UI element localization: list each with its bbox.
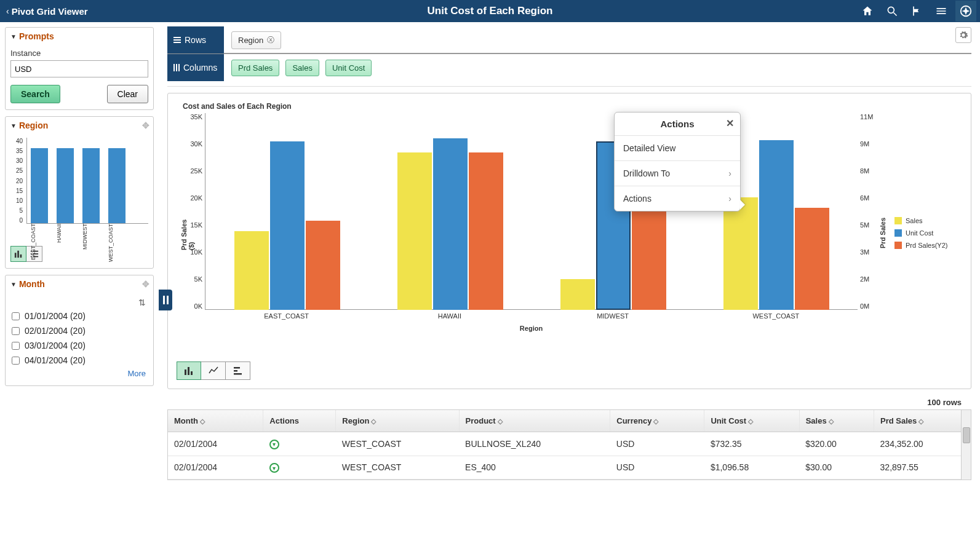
popover-menu-item[interactable]: Drilldown To› (615, 161, 740, 186)
data-table: Month◇ActionsRegion◇Product◇Currency◇Uni… (167, 409, 971, 480)
chart-bar[interactable] (795, 208, 829, 310)
chart-bar[interactable] (234, 231, 269, 310)
month-filter-item[interactable]: 03/01/2004 (20) (10, 338, 148, 353)
table-cell: USD (610, 456, 704, 480)
back-button[interactable]: ‹ Pivot Grid Viewer (4, 6, 90, 17)
chart-card: Cost and Sales of Each Region Prd Sales … (167, 93, 971, 389)
table-header[interactable]: Sales◇ (799, 410, 874, 432)
region-mini-chart[interactable]: 4035302520151050 EAST_COASTHAWAIIMIDWEST… (10, 138, 148, 242)
instance-input[interactable] (10, 60, 148, 77)
chart-bar[interactable] (306, 221, 340, 310)
chart-bar[interactable] (560, 279, 595, 310)
month-checkbox[interactable] (12, 327, 20, 335)
home-icon[interactable] (857, 1, 878, 22)
legend-swatch (894, 217, 902, 224)
gear-icon[interactable] (955, 27, 971, 43)
month-checkbox[interactable] (12, 357, 20, 365)
month-facet-header[interactable]: ▼ Month ✥ (6, 275, 153, 293)
legend-item[interactable]: Sales (894, 217, 962, 224)
main-panel: Rows Regionⓧ Columns Prd SalesSalesUnit … (159, 22, 980, 541)
chip-remove-icon[interactable]: ⓧ (267, 35, 274, 45)
mini-bar[interactable] (82, 148, 100, 224)
page-title: Unit Cost of Each Region (428, 5, 553, 17)
close-icon[interactable]: ✕ (726, 117, 734, 129)
chevron-right-icon: › (728, 168, 731, 178)
popover-menu-item[interactable]: Actions› (615, 186, 740, 211)
chart-bar[interactable] (270, 141, 305, 310)
month-filter-item[interactable]: 01/01/2004 (20) (10, 309, 148, 323)
svg-rect-17 (234, 373, 242, 375)
month-checkbox[interactable] (12, 312, 20, 320)
chart-bar[interactable] (469, 152, 503, 310)
table-header[interactable]: Product◇ (459, 410, 610, 432)
mini-bar[interactable] (31, 148, 48, 224)
pivot-config: Rows Regionⓧ Columns Prd SalesSalesUnit … (167, 27, 971, 87)
row-chip[interactable]: Regionⓧ (231, 31, 281, 49)
menu-icon[interactable] (931, 1, 952, 22)
search-button[interactable]: Search (10, 85, 60, 103)
chart-bar[interactable] (397, 152, 432, 310)
legend-item[interactable]: Unit Cost (894, 229, 962, 237)
table-scrollbar[interactable] (961, 410, 971, 480)
hbar-chart-icon[interactable] (226, 361, 250, 380)
table-header[interactable]: Prd Sales◇ (874, 410, 971, 432)
popover-menu-item[interactable]: Detailed View (615, 136, 740, 161)
caret-down-icon: ▼ (10, 122, 17, 129)
table-cell: 02/01/2004 (168, 432, 263, 456)
region-facet-title: Region (19, 120, 48, 130)
line-chart-icon[interactable] (201, 361, 226, 380)
svg-rect-16 (234, 370, 237, 372)
column-chip[interactable]: Prd Sales (231, 60, 279, 76)
bar-chart-icon[interactable] (10, 246, 26, 262)
chart-bar[interactable] (723, 197, 758, 310)
sort-toggle-icon[interactable]: ⇅ (10, 296, 148, 309)
prompts-header[interactable]: ▼ Prompts (6, 28, 153, 45)
clear-button[interactable]: Clear (107, 85, 148, 103)
month-filter-item[interactable]: 04/01/2004 (20) (10, 353, 148, 368)
rows-icon (173, 37, 181, 43)
bar-chart-icon[interactable] (177, 361, 201, 380)
prompts-title: Prompts (19, 31, 54, 41)
column-chip[interactable]: Unit Cost (325, 60, 372, 76)
chart-group (205, 113, 368, 310)
flag-icon[interactable] (906, 1, 927, 22)
table-header[interactable]: Currency◇ (610, 410, 704, 432)
table-header[interactable]: Region◇ (336, 410, 459, 432)
legend-item[interactable]: Prd Sales(Y2) (894, 242, 962, 249)
svg-rect-13 (188, 367, 189, 375)
table-header[interactable]: Unit Cost◇ (704, 410, 799, 432)
chart-bar[interactable] (759, 140, 794, 310)
more-link[interactable]: More (127, 369, 146, 378)
svg-rect-5 (20, 255, 22, 258)
main-chart[interactable]: Prd Sales ($) 35K30K25K20K15K10K5K0K EAS… (177, 113, 962, 353)
chart-bar[interactable] (433, 138, 468, 310)
prompts-panel: ▼ Prompts Instance Search Clear (5, 27, 154, 110)
column-chip[interactable]: Sales (285, 60, 319, 76)
row-actions-icon[interactable]: ▾ (269, 440, 279, 449)
table-header[interactable]: Actions (263, 410, 336, 432)
month-label: 02/01/2004 (20) (25, 326, 86, 336)
search-icon[interactable] (882, 1, 902, 22)
panel-collapse-handle[interactable] (159, 290, 172, 310)
table-row: 02/01/2004▾WEST_COASTES_400USD$1,096.58$… (168, 456, 971, 480)
row-actions-icon[interactable]: ▾ (269, 463, 279, 473)
drag-handle-icon[interactable]: ✥ (142, 279, 149, 289)
mini-bar[interactable] (108, 148, 125, 224)
mini-bar[interactable] (57, 148, 74, 224)
mini-bar-label: MIDWEST (82, 224, 99, 262)
drag-handle-icon[interactable]: ✥ (142, 120, 149, 130)
month-checkbox[interactable] (12, 342, 20, 350)
month-filter-item[interactable]: 02/01/2004 (20) (10, 323, 148, 338)
columns-label: Columns (167, 54, 224, 81)
chart-bar[interactable] (632, 202, 666, 310)
x-axis-title: Region (205, 325, 858, 332)
compass-icon[interactable] (955, 1, 976, 22)
month-label: 03/01/2004 (20) (25, 341, 86, 350)
month-label: 04/01/2004 (20) (25, 355, 86, 365)
x-tick-label: MIDWEST (532, 312, 695, 320)
y-right-label: Prd Sales (879, 218, 886, 248)
chart-group (368, 113, 532, 310)
region-facet-header[interactable]: ▼ Region ✥ (6, 117, 153, 134)
table-header[interactable]: Month◇ (168, 410, 263, 432)
popover-title: Actions (660, 119, 694, 129)
